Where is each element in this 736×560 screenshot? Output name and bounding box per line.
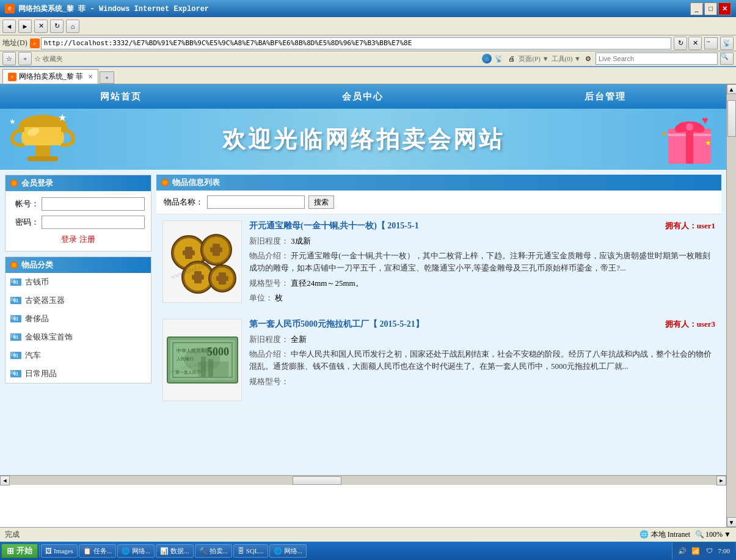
windows-logo-icon: ⊞ xyxy=(7,546,14,556)
taskbar-item-auction[interactable]: 🔨 拍卖... xyxy=(195,544,232,558)
add-tab-button[interactable]: + xyxy=(18,52,32,65)
window-controls: _ □ ✕ xyxy=(690,2,731,15)
stop-address-button[interactable]: ✕ xyxy=(688,37,702,50)
taskbar-item-sql[interactable]: 🗄 SQL... xyxy=(233,544,268,558)
tray-icon-volume[interactable]: 🔊 xyxy=(677,546,687,556)
back-button[interactable]: ◄ xyxy=(2,20,16,33)
svg-rect-1 xyxy=(35,145,50,158)
rss-button[interactable]: 📡 xyxy=(720,37,734,50)
tab-label: 网络拍卖系统_黎 菲 xyxy=(19,71,83,82)
svg-text:人民银行: 人民银行 xyxy=(177,357,194,362)
ie-search-bar: ☆ + ☆ 收藏夹 ⌂ 📡 🖨 页面(P) ▼ 工具(0) ▼ ⚙ 🔍 xyxy=(0,51,736,67)
category-label-3: 金银珠宝首饰 xyxy=(25,332,73,343)
scroll-h-track xyxy=(10,476,716,485)
password-label: 密码： xyxy=(12,217,39,228)
address-input[interactable] xyxy=(41,37,671,49)
account-label: 帐号： xyxy=(12,198,39,209)
category-item-1[interactable]: 01 古瓷器玉器 xyxy=(5,291,151,310)
tab-icon: e xyxy=(8,73,16,81)
category-item-2[interactable]: 01 奢侈品 xyxy=(5,310,151,328)
new-tab-button[interactable]: + xyxy=(100,71,114,84)
category-list: 01 古钱币 01 古瓷器玉器 xyxy=(5,273,151,383)
svg-rect-23 xyxy=(210,247,222,252)
zoom-control[interactable]: 🔍 100% ▼ xyxy=(695,530,731,539)
scroll-left-button[interactable]: ◄ xyxy=(0,476,10,485)
search-input[interactable] xyxy=(596,53,718,65)
go-button[interactable]: → xyxy=(704,37,718,49)
forward-button[interactable]: ► xyxy=(18,20,32,33)
start-button[interactable]: ⊞ 开始 xyxy=(1,544,38,558)
window-title: 网络拍卖系统_黎 菲 - Windows Internet Explorer xyxy=(18,4,690,14)
site-navigation: 网站首页 会员中心 后台管理 xyxy=(0,84,726,109)
right-content: 物品信息列表 物品名称： 搜索 xyxy=(156,175,721,470)
cat-icon-3: 01 xyxy=(10,333,21,341)
tray-icon-network[interactable]: 📶 xyxy=(691,546,701,556)
category-section: 物品分类 01 古钱币 01 xyxy=(5,256,151,384)
login-section-header: 会员登录 xyxy=(5,175,151,191)
taskbar-item-network2[interactable]: 🌐 网络... xyxy=(269,544,307,558)
taskbar-item-data[interactable]: 📊 数据... xyxy=(156,544,193,558)
taskbar-icon-images: 🖼 xyxy=(45,547,52,555)
taskbar-item-images[interactable]: 🖼 Images xyxy=(41,544,78,558)
search-button[interactable]: 搜索 xyxy=(308,195,334,209)
login-section-title: 会员登录 xyxy=(21,178,53,189)
item-search-bar: 物品名称： 搜索 xyxy=(156,191,721,214)
cat-icon-4: 01 xyxy=(10,352,21,359)
item-freshness-row-1: 新旧程度： 全新 xyxy=(249,333,715,346)
scroll-up-button[interactable]: ▲ xyxy=(727,84,737,94)
tools-menu[interactable]: 工具(0) ▼ xyxy=(552,54,581,64)
search-go-button[interactable]: 🔍 xyxy=(720,53,734,65)
nav-admin[interactable]: 后台管理 xyxy=(484,91,726,103)
search-label: 物品名称： xyxy=(164,197,203,208)
svg-text:中华人民共和国: 中华人民共和国 xyxy=(177,348,211,354)
category-item-4[interactable]: 01 汽车 xyxy=(5,346,151,365)
sidebar: 会员登录 帐号： 密码： 登录 xyxy=(5,175,151,470)
page-content: 网站首页 会员中心 后台管理 xyxy=(0,84,726,527)
status-text: 完成 xyxy=(5,529,635,540)
home-button[interactable]: ⌂ xyxy=(66,20,79,33)
item-details-1: 第一套人民币5000元拖拉机工厂【 2015-5-21】 拥有人：user3 新… xyxy=(249,319,715,390)
tab-close-icon[interactable]: ✕ xyxy=(88,73,93,80)
login-link[interactable]: 登录 xyxy=(61,235,77,244)
item-search-input[interactable] xyxy=(207,195,305,209)
stop-button[interactable]: ✕ xyxy=(34,20,48,33)
nav-home[interactable]: 网站首页 xyxy=(0,91,242,103)
taskbar-item-network[interactable]: 🌐 网络... xyxy=(117,544,155,558)
tabs-row: e 网络拍卖系统_黎 菲 ✕ + xyxy=(0,67,736,84)
favorites-star-button[interactable]: ☆ xyxy=(2,52,16,65)
vertical-scrollbar: ▲ ▼ xyxy=(726,84,736,527)
taskbar-icon-tasks: 📋 xyxy=(83,547,92,555)
scroll-v-thumb[interactable] xyxy=(727,100,736,137)
scroll-h-thumb[interactable] xyxy=(293,476,341,485)
register-link[interactable]: 注册 xyxy=(79,235,95,244)
svg-text:★: ★ xyxy=(705,139,712,147)
scroll-right-button[interactable]: ► xyxy=(716,476,726,485)
close-button[interactable]: ✕ xyxy=(718,2,731,15)
item-title-1[interactable]: 第一套人民币5000元拖拉机工厂【 2015-5-21】 拥有人：user3 xyxy=(249,319,715,330)
taskbar-item-tasks[interactable]: 📋 任务... xyxy=(79,544,116,558)
page-menu[interactable]: 页面(P) ▼ xyxy=(519,54,548,64)
category-section-title: 物品分类 xyxy=(21,260,53,271)
scroll-down-button[interactable]: ▼ xyxy=(727,517,737,527)
item-title-0[interactable]: 开元通宝雕母(一金十铜,共十一枚)【 2015-5-1 拥有人：user1 xyxy=(249,220,715,231)
maximize-button[interactable]: □ xyxy=(704,2,717,15)
item-spec-row-0: 规格型号： 直径24mm～25mm。 xyxy=(249,277,715,289)
category-item-0[interactable]: 01 古钱币 xyxy=(5,273,151,291)
minimize-button[interactable]: _ xyxy=(690,2,703,15)
banner: ★ ★ 欢迎光临网络拍卖会网站 xyxy=(0,109,726,170)
taskbar-time: 7:00 xyxy=(718,547,730,555)
category-item-5[interactable]: 01 日常用品 xyxy=(5,365,151,383)
content-section-header: 物品信息列表 xyxy=(156,175,721,191)
refresh-button[interactable]: ↻ xyxy=(50,20,64,33)
svg-text:♥: ♥ xyxy=(662,129,666,138)
login-links: 登录 注册 xyxy=(12,234,145,245)
refresh-address-button[interactable]: ↻ xyxy=(674,37,687,50)
browser-tab-main[interactable]: e 网络拍卖系统_黎 菲 ✕ xyxy=(2,69,98,84)
password-input[interactable] xyxy=(42,216,145,229)
nav-member[interactable]: 会员中心 xyxy=(242,91,484,103)
svg-rect-2 xyxy=(27,156,58,161)
taskbar-icon-data: 📊 xyxy=(160,547,169,555)
category-label-5: 日常用品 xyxy=(25,368,57,379)
account-input[interactable] xyxy=(42,197,145,211)
category-item-3[interactable]: 01 金银珠宝首饰 xyxy=(5,328,151,346)
